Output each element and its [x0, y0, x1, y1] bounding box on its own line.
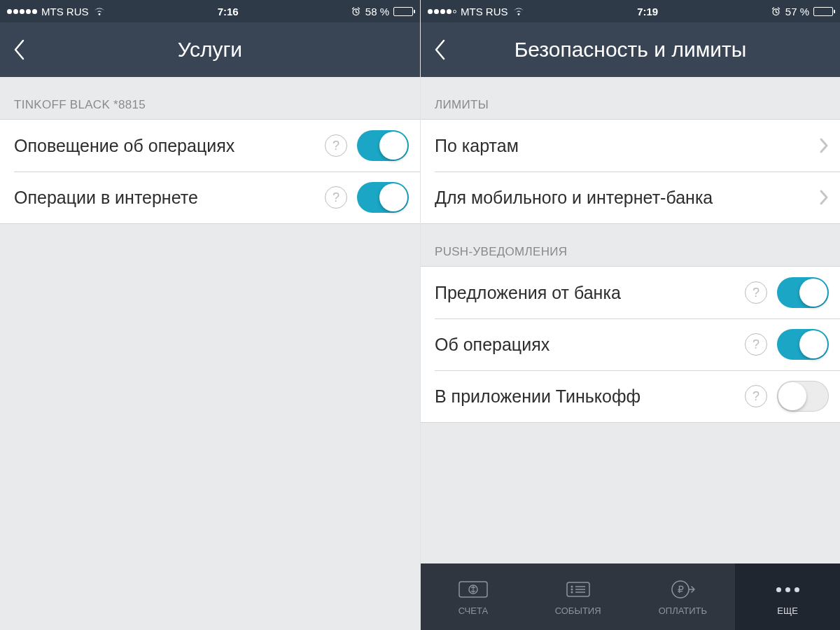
tab-events[interactable]: СОБЫТИЯ — [526, 564, 631, 630]
row-push-bank-offers: Предложения от банка ? — [421, 267, 840, 318]
section-header-card: TINKOFF BLACK *8815 — [0, 77, 420, 119]
row-internet-operations: Операции в интернете ? — [0, 172, 420, 223]
battery-icon — [393, 7, 413, 16]
battery-icon — [813, 7, 833, 16]
nav-bar: Безопасность и лимиты — [421, 22, 840, 77]
row-label: Об операциях — [435, 335, 741, 355]
row-label: Для мобильного и интернет-банка — [435, 188, 813, 208]
back-button[interactable] — [13, 38, 36, 61]
help-icon[interactable]: ? — [325, 134, 347, 157]
row-label: Операции в интернете — [14, 188, 321, 208]
battery-pct-label: 58 % — [365, 6, 389, 18]
toggle-internet-operations[interactable] — [357, 182, 409, 213]
toggle-notify-operations[interactable] — [357, 130, 409, 161]
screen-services: MTS RUS 7:16 58 % Услуги TINKOFF BLACK *… — [0, 0, 420, 630]
tab-label: СОБЫТИЯ — [555, 606, 601, 616]
chevron-left-icon — [13, 38, 25, 61]
help-icon[interactable]: ? — [745, 281, 767, 304]
tab-label: ЕЩЕ — [777, 606, 798, 616]
battery-pct-label: 57 % — [785, 6, 809, 18]
page-title: Безопасность и лимиты — [457, 38, 804, 62]
tab-more[interactable]: ЕЩЕ — [735, 564, 840, 630]
limits-list: По картам Для мобильного и интернет-банк… — [421, 119, 840, 224]
accounts-icon — [458, 578, 489, 601]
toggle-push-operations[interactable] — [777, 329, 829, 360]
help-icon[interactable]: ? — [745, 385, 767, 407]
alarm-icon — [771, 6, 781, 17]
carrier-label: MTS RUS — [41, 6, 89, 18]
page-title: Услуги — [36, 38, 384, 62]
chevron-left-icon — [433, 38, 446, 61]
row-notify-operations: Оповещение об операциях ? — [0, 120, 420, 172]
tab-label: ОПЛАТИТЬ — [659, 606, 707, 616]
signal-dots-icon — [7, 9, 37, 14]
svg-text:₽: ₽ — [678, 584, 684, 595]
clock-label: 7:16 — [110, 6, 346, 18]
screen-security-limits: MTS RUS 7:19 57 % Безопасность и лимиты … — [420, 0, 840, 630]
chevron-right-icon — [819, 137, 829, 154]
tab-bar: СЧЕТА СОБЫТИЯ ₽ ОПЛАТИТЬ ЕЩЕ — [421, 564, 840, 630]
tab-accounts[interactable]: СЧЕТА — [421, 564, 526, 630]
row-label: Предложения от банка — [435, 283, 741, 303]
more-icon — [776, 578, 799, 601]
row-label: В приложении Тинькофф — [435, 386, 741, 407]
row-label: Оповещение об операциях — [14, 136, 321, 156]
clock-label: 7:19 — [529, 6, 766, 18]
help-icon[interactable]: ? — [745, 333, 767, 356]
status-bar: MTS RUS 7:16 58 % — [0, 0, 420, 22]
svg-point-6 — [570, 589, 573, 591]
svg-point-7 — [570, 592, 573, 594]
status-bar: MTS RUS 7:19 57 % — [421, 0, 840, 22]
row-push-in-app: В приложении Тинькофф ? — [421, 370, 840, 422]
section-header-limits: ЛИМИТЫ — [421, 77, 840, 119]
section-header-push: PUSH-УВЕДОМЛЕНИЯ — [421, 224, 840, 266]
chevron-right-icon — [819, 189, 829, 206]
row-limits-cards[interactable]: По картам — [421, 120, 840, 172]
wifi-icon — [512, 6, 525, 16]
back-button[interactable] — [433, 38, 457, 61]
push-list: Предложения от банка ? Об операциях ? В … — [421, 266, 840, 423]
toggle-push-in-app[interactable] — [777, 381, 829, 412]
nav-bar: Услуги — [0, 22, 420, 77]
tab-label: СЧЕТА — [458, 606, 488, 616]
carrier-label: MTS RUS — [461, 6, 508, 18]
row-limits-mobile-internet-bank[interactable]: Для мобильного и интернет-банка — [421, 172, 840, 223]
events-icon — [564, 578, 592, 601]
svg-point-5 — [570, 586, 573, 588]
row-push-operations: Об операциях ? — [421, 318, 840, 370]
alarm-icon — [351, 6, 361, 17]
row-label: По картам — [435, 136, 813, 156]
signal-dots-icon — [428, 9, 456, 14]
card-settings-list: Оповещение об операциях ? Операции в инт… — [0, 119, 420, 224]
wifi-icon — [93, 6, 106, 16]
toggle-push-bank-offers[interactable] — [777, 277, 829, 308]
tab-pay[interactable]: ₽ ОПЛАТИТЬ — [631, 564, 736, 630]
pay-icon: ₽ — [668, 578, 696, 601]
help-icon[interactable]: ? — [325, 186, 347, 209]
